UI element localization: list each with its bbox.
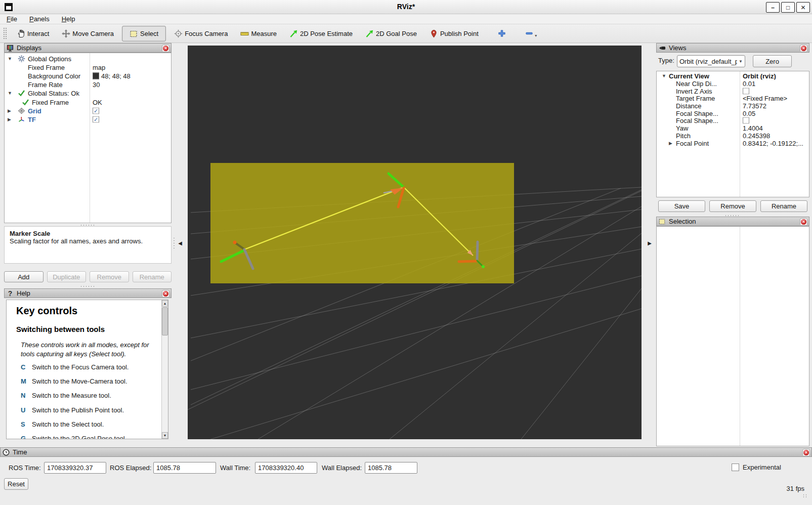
property-value[interactable]: 30 [93, 81, 170, 89]
tree-row-grid[interactable]: ▶Grid✓ [5, 106, 171, 115]
scrollbar-thumb[interactable] [162, 307, 168, 335]
color-swatch[interactable] [93, 72, 99, 79]
menu-help[interactable]: Help [62, 15, 75, 23]
tree-collapsed-icon[interactable]: ▶ [8, 108, 11, 113]
scroll-down-icon[interactable]: ▼ [162, 432, 168, 439]
help-panel-header[interactable]: ? Help ✕ [4, 288, 172, 298]
property-value[interactable] [743, 88, 808, 94]
menu-panels[interactable]: Panels [29, 15, 50, 23]
tree-row-background-color[interactable]: Background Color48; 48; 48 [5, 71, 171, 80]
rename-button[interactable]: Rename [133, 271, 172, 282]
help-scrollbar[interactable]: ▲ ▼ [161, 300, 168, 439]
tool-publish-point[interactable]: Publish Point [425, 26, 483, 41]
duplicate-button[interactable]: Duplicate [47, 271, 87, 282]
ros-elapsed-input[interactable]: 1085.78 [153, 462, 216, 474]
displays-close-icon[interactable]: ✕ [162, 45, 169, 52]
zero-button[interactable]: Zero [753, 55, 792, 67]
tool-interact[interactable]: Interact [12, 26, 54, 41]
tool-measure[interactable]: Measure [236, 26, 281, 41]
property-value[interactable]: 0.83412; -0.19122;... [743, 139, 808, 147]
toolbar-drag-handle[interactable] [3, 27, 7, 39]
checkbox[interactable]: ✓ [93, 116, 99, 122]
property-value[interactable]: Orbit (rviz) [743, 72, 808, 80]
tree-expanded-icon[interactable]: ▼ [662, 73, 666, 78]
tree-row-near-clip-di-[interactable]: Near Clip Di...0.01 [657, 80, 809, 88]
property-value[interactable]: map [93, 63, 170, 71]
tool-select[interactable]: Select [122, 26, 166, 41]
tree-row-global-status-ok[interactable]: ▼Global Status: Ok [5, 89, 171, 98]
ros-time-input[interactable]: 1708339320.37 [44, 462, 106, 474]
views-tree[interactable]: ▼Current ViewOrbit (rviz)Near Clip Di...… [656, 71, 809, 197]
tree-row-current-view[interactable]: ▼Current ViewOrbit (rviz) [657, 72, 809, 80]
property-value[interactable]: ✓ [93, 116, 170, 122]
property-value[interactable]: 0.245398 [743, 132, 808, 139]
tool-2d-pose-estimate[interactable]: 2D Pose Estimate [285, 26, 357, 41]
tree-row-focal-shape-[interactable]: Focal Shape... [657, 117, 809, 124]
property-value[interactable]: 1.4004 [743, 124, 808, 132]
save-button[interactable]: Save [658, 200, 705, 212]
tree-row-target-frame[interactable]: Target Frame<Fixed Frame> [657, 95, 809, 102]
remove-tool-button[interactable]: ▼ [520, 26, 543, 40]
tree-row-tf[interactable]: ▶TF✓ [5, 115, 171, 123]
help-close-icon[interactable]: ✕ [162, 290, 169, 298]
splitter-handle[interactable] [173, 237, 175, 250]
selection-content[interactable] [656, 226, 809, 446]
splitter-handle[interactable] [80, 285, 95, 287]
time-panel-header[interactable]: Time ✕ [0, 447, 812, 457]
tree-row-frame-rate[interactable]: Frame Rate30 [5, 80, 171, 89]
property-value[interactable]: OK [93, 98, 170, 106]
view-type-dropdown[interactable]: Orbit (rviz_default_p ▼ [677, 55, 745, 67]
tree-row-pitch[interactable]: Pitch0.245398 [657, 132, 809, 140]
resize-grip[interactable] [802, 494, 808, 498]
property-value[interactable]: 7.73572 [743, 102, 808, 110]
tree-collapsed-icon[interactable]: ▶ [669, 141, 672, 146]
property-value[interactable]: ✓ [93, 107, 170, 114]
wall-elapsed-input[interactable]: 1085.78 [365, 462, 417, 474]
tree-row-distance[interactable]: Distance7.73572 [657, 102, 809, 110]
help-content[interactable]: Key controls Switching between tools The… [6, 300, 168, 439]
tool-move-camera[interactable]: Move Camera [57, 26, 118, 41]
selection-panel-header[interactable]: Selection ✕ [656, 217, 809, 226]
displays-tree[interactable]: ▼Global OptionsFixed FramemapBackground … [4, 53, 172, 223]
property-value[interactable]: 0.05 [743, 109, 808, 117]
checkbox[interactable] [743, 117, 749, 124]
title-bar[interactable]: RViz* – □ ✕ [0, 0, 812, 14]
wall-time-input[interactable]: 1708339320.40 [255, 462, 317, 474]
tree-row-invert-z-axis[interactable]: Invert Z Axis [657, 87, 809, 95]
tree-row-yaw[interactable]: Yaw1.4004 [657, 124, 809, 132]
tree-row-focal-point[interactable]: ▶Focal Point0.83412; -0.19122;... [657, 139, 809, 147]
close-button[interactable]: ✕ [796, 2, 810, 13]
3d-viewport[interactable] [188, 46, 642, 439]
property-value[interactable]: 48; 48; 48 [93, 72, 170, 79]
add-tool-button[interactable] [493, 26, 511, 40]
tree-row-global-options[interactable]: ▼Global Options [5, 54, 171, 63]
time-close-icon[interactable]: ✕ [802, 449, 810, 456]
property-value[interactable] [743, 117, 808, 124]
tree-row-fixed-frame[interactable]: Fixed Framemap [5, 63, 171, 71]
property-value[interactable]: <Fixed Frame> [743, 95, 808, 102]
tree-expanded-icon[interactable]: ▼ [8, 91, 12, 96]
menu-file[interactable]: File [7, 15, 17, 23]
views-close-icon[interactable]: ✕ [800, 45, 807, 52]
minimize-button[interactable]: – [766, 2, 780, 13]
experimental-checkbox[interactable] [732, 464, 739, 471]
tree-row-fixed-frame[interactable]: Fixed FrameOK [5, 98, 171, 106]
reset-button[interactable]: Reset [4, 478, 28, 490]
maximize-button[interactable]: □ [781, 2, 795, 13]
property-value[interactable]: 0.01 [743, 80, 808, 88]
tool-2d-goal-pose[interactable]: 2D Goal Pose [361, 26, 421, 41]
tree-row-focal-shape-[interactable]: Focal Shape...0.05 [657, 109, 809, 117]
remove-button[interactable]: Remove [90, 271, 129, 282]
selection-close-icon[interactable]: ✕ [800, 218, 807, 226]
collapse-left-panel-icon[interactable]: ◀ [177, 238, 184, 248]
displays-panel-header[interactable]: Displays ✕ [4, 43, 172, 53]
collapse-right-panel-icon[interactable]: ▶ [646, 238, 653, 248]
checkbox[interactable] [743, 88, 749, 94]
checkbox[interactable]: ✓ [93, 107, 99, 114]
remove-button[interactable]: Remove [709, 200, 756, 212]
tool-focus-camera[interactable]: Focus Camera [169, 26, 232, 41]
add-button[interactable]: Add [4, 271, 44, 282]
marker-plane[interactable] [210, 163, 514, 283]
views-panel-header[interactable]: Views ✕ [656, 43, 809, 53]
rename-button[interactable]: Rename [760, 200, 807, 212]
